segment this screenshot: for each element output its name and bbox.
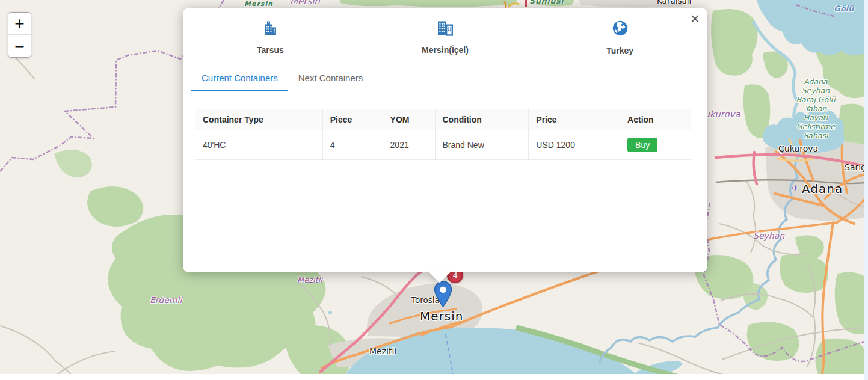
col-action: Action: [620, 109, 691, 130]
location-state: Mersin(İçel): [358, 19, 533, 55]
col-piece: Piece: [322, 109, 383, 130]
col-yom: YOM: [383, 109, 435, 130]
pin-icon: [434, 281, 452, 308]
location-city: Tarsus: [183, 19, 358, 55]
col-price: Price: [529, 109, 620, 130]
location-summary-row: Tarsus: [183, 8, 707, 55]
cell-yom: 2021: [383, 130, 435, 160]
globe-icon: [611, 19, 629, 37]
table-row: 40'HC 4 2021 Brand New USD 1200 Buy: [195, 130, 691, 160]
screen: Mersin Mersin Sunlusi Karaisalı Gölü Çuk…: [0, 0, 868, 380]
zoom-control: + −: [8, 12, 31, 58]
buy-button[interactable]: Buy: [627, 138, 657, 152]
zoom-in-button[interactable]: +: [8, 13, 31, 35]
page-right-strip: [864, 0, 868, 380]
cell-piece: 4: [322, 130, 383, 160]
zoom-out-button[interactable]: −: [8, 35, 31, 57]
cell-price: USD 1200: [529, 130, 620, 160]
close-icon[interactable]: ×: [689, 13, 700, 25]
map-pin-marker[interactable]: [434, 281, 452, 310]
location-state-name: Mersin(İçel): [358, 45, 533, 55]
containers-table: Container Type Piece YOM Condition Price…: [195, 109, 691, 160]
cell-condition: Brand New: [435, 130, 529, 160]
page-bottom-strip: [0, 374, 864, 380]
col-condition: Condition: [435, 109, 529, 130]
tabs: Current Containers Next Containers: [191, 64, 699, 91]
col-container-type: Container Type: [195, 109, 323, 130]
tab-current-containers[interactable]: Current Containers: [191, 64, 288, 91]
table-header-row: Container Type Piece YOM Condition Price…: [195, 109, 691, 130]
location-city-name: Tarsus: [183, 45, 358, 55]
container-popup: ×: [183, 8, 707, 272]
cell-action: Buy: [620, 130, 691, 160]
tab-next-containers[interactable]: Next Containers: [288, 64, 374, 91]
building-icon: [260, 19, 280, 37]
cell-container-type: 40'HC: [195, 130, 323, 160]
city-icon: [436, 19, 455, 37]
location-country: Turkey: [532, 19, 707, 55]
location-country-name: Turkey: [532, 46, 707, 55]
